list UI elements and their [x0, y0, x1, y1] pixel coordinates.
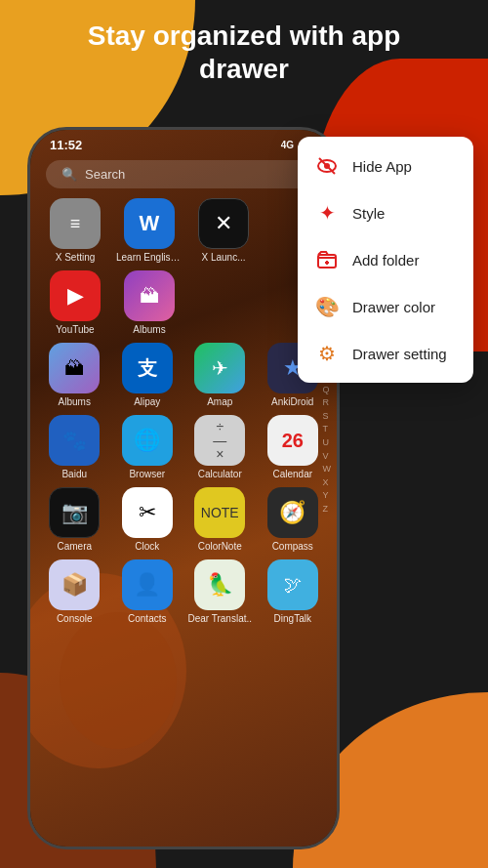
apps-row-1: ≡ X Setting W Learn English .. ✕ X Launc… [42, 198, 325, 263]
app-albums[interactable]: 🏔 Albums [116, 270, 183, 335]
calculator-icon: ÷—× [194, 415, 245, 466]
app-calendar[interactable]: 26 Calendar [261, 415, 326, 479]
signal-icon: 4G [281, 140, 294, 150]
alpha-x[interactable]: X [323, 476, 332, 489]
albums-icon: 🏔 [124, 270, 175, 321]
app-contacts[interactable]: 👤 Contacts [115, 559, 181, 624]
x-setting-label: X Setting [42, 252, 108, 263]
alpha-r[interactable]: R [323, 396, 332, 409]
albums2-label: Albums [42, 396, 107, 407]
status-bar: 11:52 4G ▲ ▮ [30, 130, 337, 156]
apps-row-2: ▶ YouTube 🏔 Albums [42, 270, 325, 335]
alpha-s[interactable]: S [323, 410, 332, 423]
drawer-color-label: Drawer color [352, 299, 435, 315]
albums2-icon: 🏔 [49, 343, 100, 393]
phone-blob-2 [60, 612, 177, 749]
drawer-setting-icon: ⚙ [315, 342, 339, 365]
style-label: Style [352, 205, 385, 222]
clock-label: Clock [115, 541, 181, 552]
dingtalk-icon: 🕊 [267, 559, 318, 610]
status-time: 11:52 [50, 138, 82, 152]
alpha-w[interactable]: W [323, 463, 332, 475]
app-learn-english[interactable]: W Learn English .. [116, 198, 183, 263]
add-folder-label: Add folder [352, 252, 419, 269]
amap-label: Amap [187, 396, 253, 407]
alpha-v[interactable]: V [323, 450, 332, 463]
app-youtube[interactable]: ▶ YouTube [42, 270, 108, 335]
alipay-label: Alipay [115, 396, 181, 407]
dear-translate-label: Dear Translat.. [187, 613, 253, 624]
style-icon: ✦ [315, 201, 339, 225]
ankidroid-label: AnkiDroid [261, 396, 326, 407]
dear-translate-icon: 🦜 [194, 559, 245, 610]
albums-label: Albums [116, 324, 183, 335]
search-icon: 🔍 [61, 167, 77, 182]
app-amap[interactable]: ✈ Amap [187, 343, 253, 407]
app-clock[interactable]: ✂ Clock [115, 487, 181, 552]
app-compass[interactable]: 🧭 Compass [261, 487, 326, 552]
compass-icon: 🧭 [267, 487, 318, 538]
alpha-t[interactable]: T [323, 423, 332, 435]
youtube-label: YouTube [42, 324, 108, 335]
menu-item-drawer-setting[interactable]: ⚙ Drawer setting [298, 330, 473, 377]
app-camera[interactable]: 📷 Camera [42, 487, 107, 552]
hide-app-icon [315, 154, 339, 178]
hide-app-label: Hide App [352, 158, 412, 175]
camera-label: Camera [42, 541, 107, 552]
phone-mockup: 11:52 4G ▲ ▮ 🔍 Search ≡ X Setting W Lea [27, 127, 340, 849]
menu-item-style[interactable]: ✦ Style [298, 189, 473, 236]
learn-english-label: Learn English .. [116, 252, 183, 263]
baidu-icon: 🐾 [49, 415, 100, 466]
menu-item-hide-app[interactable]: Hide App [298, 143, 473, 189]
drawer-setting-label: Drawer setting [352, 346, 447, 362]
app-browser[interactable]: 🌐 Browser [115, 415, 181, 479]
contacts-icon: 👤 [122, 559, 173, 610]
x-launcher-icon: ✕ [198, 198, 249, 249]
x-launcher-label: X Launc... [190, 252, 257, 263]
calendar-label: Calendar [261, 469, 326, 479]
apps-row-5: 📷 Camera ✂ Clock NOTE ColorNote 🧭 [42, 487, 325, 552]
console-icon: 📦 [49, 559, 100, 610]
clock-icon: ✂ [122, 487, 173, 538]
page-title: Stay organized with app drawer [0, 20, 488, 85]
drawer-color-icon: 🎨 [315, 295, 339, 318]
app-calculator[interactable]: ÷—× Calculator [187, 415, 253, 479]
alpha-u[interactable]: U [323, 436, 332, 449]
dingtalk-label: DingTalk [261, 613, 326, 624]
camera-icon: 📷 [49, 487, 100, 538]
alpha-z[interactable]: Z [323, 503, 332, 516]
amap-icon: ✈ [194, 343, 245, 393]
search-bar[interactable]: 🔍 Search [46, 160, 321, 188]
app-console[interactable]: 📦 Console [42, 559, 107, 624]
apps-row-4: 🐾 Baidu 🌐 Browser ÷—× Calculator 26 [42, 415, 325, 479]
alpha-q[interactable]: Q [323, 384, 332, 396]
search-text: Search [85, 167, 125, 182]
youtube-icon: ▶ [50, 270, 101, 321]
app-x-setting[interactable]: ≡ X Setting [42, 198, 108, 263]
x-setting-icon: ≡ [50, 198, 101, 249]
baidu-label: Baidu [42, 469, 107, 479]
app-dingtalk[interactable]: 🕊 DingTalk [261, 559, 326, 624]
compass-label: Compass [261, 541, 326, 552]
learn-english-icon: W [124, 198, 175, 249]
alipay-icon: 支 [122, 343, 173, 393]
apps-row-3: 🏔 Albums 支 Alipay ✈ Amap ★ AnkiD [42, 343, 325, 407]
console-label: Console [42, 613, 107, 624]
app-baidu[interactable]: 🐾 Baidu [42, 415, 107, 479]
menu-item-add-folder[interactable]: Add folder [298, 236, 473, 283]
browser-icon: 🌐 [122, 415, 173, 466]
calendar-icon: 26 [267, 415, 318, 466]
app-dear-translate[interactable]: 🦜 Dear Translat.. [187, 559, 253, 624]
browser-label: Browser [115, 469, 181, 479]
app-albums2[interactable]: 🏔 Albums [42, 343, 107, 407]
app-x-launcher[interactable]: ✕ X Launc... [190, 198, 257, 263]
add-folder-icon [315, 248, 339, 271]
app-colornote[interactable]: NOTE ColorNote [187, 487, 253, 552]
menu-item-drawer-color[interactable]: 🎨 Drawer color [298, 283, 473, 330]
colornote-label: ColorNote [187, 541, 253, 552]
colornote-icon: NOTE [194, 487, 245, 538]
contacts-label: Contacts [115, 613, 181, 624]
apps-row-6: 📦 Console 👤 Contacts 🦜 Dear Translat.. 🕊 [42, 559, 325, 624]
app-alipay[interactable]: 支 Alipay [115, 343, 181, 407]
alpha-y[interactable]: Y [323, 489, 332, 502]
